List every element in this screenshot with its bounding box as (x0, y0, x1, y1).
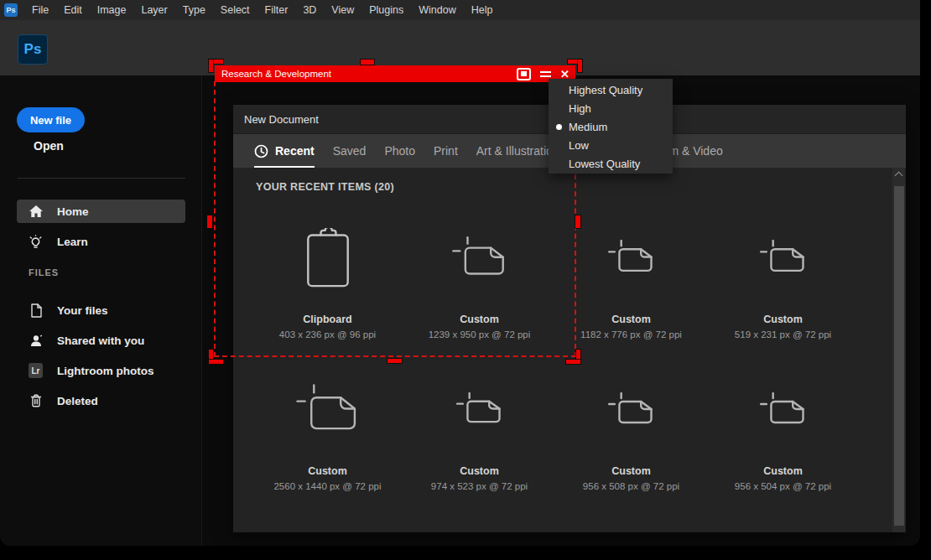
custom-document-icon (608, 205, 655, 310)
scroll-up-icon[interactable] (895, 172, 903, 180)
sidebar-item-label: Shared with you (57, 334, 144, 347)
sidebar-item-home[interactable]: Home (17, 200, 185, 223)
ps-app-icon: Ps (4, 3, 18, 17)
card-title: Custom (611, 465, 651, 477)
people-icon (29, 334, 43, 347)
clock-icon (254, 144, 268, 158)
menu-select[interactable]: Select (213, 0, 257, 20)
menu-3d[interactable]: 3D (295, 0, 324, 20)
recent-item-card[interactable]: Custom 1182 x 776 px @ 72 ppi (555, 205, 707, 357)
new-file-button[interactable]: New file (17, 107, 85, 132)
menu-edit[interactable]: Edit (56, 0, 90, 20)
sidebar-item-label: Deleted (57, 395, 98, 407)
menu-icon[interactable] (540, 71, 551, 77)
selection-handle-top-left[interactable] (209, 60, 213, 72)
selection-handle-middle-right[interactable] (575, 215, 580, 228)
menu-file[interactable]: File (24, 0, 56, 20)
tab-saved[interactable]: Saved (333, 134, 367, 168)
menu-filter[interactable]: Filter (257, 0, 296, 20)
sidebar-item-label: Your files (57, 304, 108, 317)
selected-bullet-icon (556, 124, 562, 130)
selection-handle-top-right[interactable] (578, 60, 582, 72)
capture-window-title: Research & Development (221, 69, 517, 79)
menu-item-high[interactable]: High (549, 99, 673, 117)
card-title: Custom (460, 314, 499, 325)
card-title: Custom (763, 314, 803, 325)
selection-handle-bottom-left[interactable] (209, 360, 223, 364)
selection-handle-bottom-right[interactable] (566, 360, 580, 364)
recent-item-card[interactable]: Custom 956 x 508 px @ 72 ppi (555, 357, 707, 509)
dialog-content: YOUR RECENT ITEMS (20) Clipboard 403 x 2… (233, 168, 906, 532)
menu-item-label: Low (569, 139, 589, 152)
menu-item-highest-quality[interactable]: Highest Quality (549, 80, 673, 99)
card-dimensions: 2560 x 1440 px @ 72 ppi (273, 481, 381, 491)
menu-item-label: High (569, 102, 591, 115)
recent-item-card[interactable]: Custom 956 x 504 px @ 72 ppi (707, 357, 859, 509)
tab-label: Print (434, 144, 458, 158)
photoshop-window: Ps File Edit Image Layer Type Select Fil… (0, 0, 920, 546)
sidebar-item-lightroom-photos[interactable]: Lr Lightroom photos (17, 359, 185, 382)
trash-icon (29, 394, 43, 407)
open-button[interactable]: Open (34, 139, 64, 153)
custom-document-icon (760, 205, 807, 310)
files-section-heading: FILES (29, 267, 59, 277)
custom-document-icon (456, 357, 503, 462)
sidebar-item-deleted[interactable]: Deleted (17, 389, 185, 412)
sidebar-item-learn[interactable]: Learn (17, 230, 185, 253)
tab-print[interactable]: Print (434, 134, 458, 168)
selection-handle-bottom-middle[interactable] (387, 359, 402, 363)
sidebar-item-label: Lightroom photos (57, 365, 153, 377)
card-dimensions: 956 x 508 px @ 72 ppi (583, 481, 679, 491)
sidebar-item-shared-with-you[interactable]: Shared with you (17, 329, 185, 352)
custom-document-icon (760, 357, 807, 462)
menu-image[interactable]: Image (90, 0, 134, 20)
recent-item-card[interactable]: Custom 2560 x 1440 px @ 72 ppi (252, 357, 403, 509)
menu-help[interactable]: Help (464, 0, 501, 20)
screen: Ps File Edit Image Layer Type Select Fil… (0, 0, 931, 560)
tab-art-illustration[interactable]: Art & Illustration (476, 134, 559, 168)
tab-recent[interactable]: Recent (254, 134, 315, 168)
menu-item-label: Highest Quality (569, 84, 642, 96)
menu-item-label: Lowest Quality (569, 158, 640, 170)
recent-item-card[interactable]: Custom 1239 x 950 px @ 72 ppi (403, 205, 555, 357)
dialog-title: New Document (244, 113, 319, 126)
selection-handle-middle-left[interactable] (207, 215, 212, 228)
card-dimensions: 1182 x 776 px @ 72 ppi (580, 329, 682, 340)
card-title: Custom (460, 465, 499, 477)
sidebar-item-label: Home (57, 205, 89, 218)
card-dimensions: 1239 x 950 px @ 72 ppi (429, 329, 531, 340)
tab-label: Photo (384, 144, 415, 158)
menu-item-lowest-quality[interactable]: Lowest Quality (549, 154, 673, 173)
custom-document-icon (608, 357, 655, 462)
selection-handle-top-middle[interactable] (361, 60, 374, 65)
scrollbar-thumb[interactable] (894, 186, 904, 526)
clipboard-icon (305, 205, 351, 310)
card-title: Custom (308, 465, 347, 477)
card-title: Custom (611, 314, 651, 325)
menu-item-low[interactable]: Low (549, 136, 673, 154)
tab-photo[interactable]: Photo (384, 134, 415, 168)
lightroom-badge: Lr (29, 363, 43, 378)
recent-item-card[interactable]: Custom 519 x 231 px @ 72 ppi (707, 205, 859, 357)
dialog-scrollbar[interactable] (892, 168, 905, 532)
menu-plugins[interactable]: Plugins (361, 0, 411, 20)
recent-item-card[interactable]: Custom 974 x 523 px @ 72 ppi (403, 357, 555, 509)
sidebar-divider (18, 178, 185, 179)
card-title: Custom (763, 465, 803, 477)
capture-window-titlebar[interactable]: Research & Development ✕ (215, 65, 575, 82)
sidebar-item-your-files[interactable]: Your files (17, 298, 185, 322)
menu-item-medium[interactable]: Medium (549, 117, 673, 136)
region-select-icon[interactable] (517, 68, 531, 80)
menu-layer[interactable]: Layer (133, 0, 174, 20)
menu-type[interactable]: Type (175, 0, 213, 20)
recent-item-card[interactable]: Clipboard 403 x 236 px @ 96 ppi (252, 205, 403, 357)
close-icon[interactable]: ✕ (560, 69, 570, 80)
tab-label: Art & Illustration (476, 144, 559, 158)
quality-dropdown-menu: Highest Quality High Medium Low Lowest Q… (549, 79, 673, 174)
sidebar-item-label: Learn (57, 236, 88, 248)
photoshop-logo: Ps (18, 34, 48, 65)
menu-window[interactable]: Window (411, 0, 463, 20)
tab-label: Saved (333, 144, 367, 158)
lr-badge-text: Lr (29, 363, 43, 378)
menu-view[interactable]: View (324, 0, 361, 20)
